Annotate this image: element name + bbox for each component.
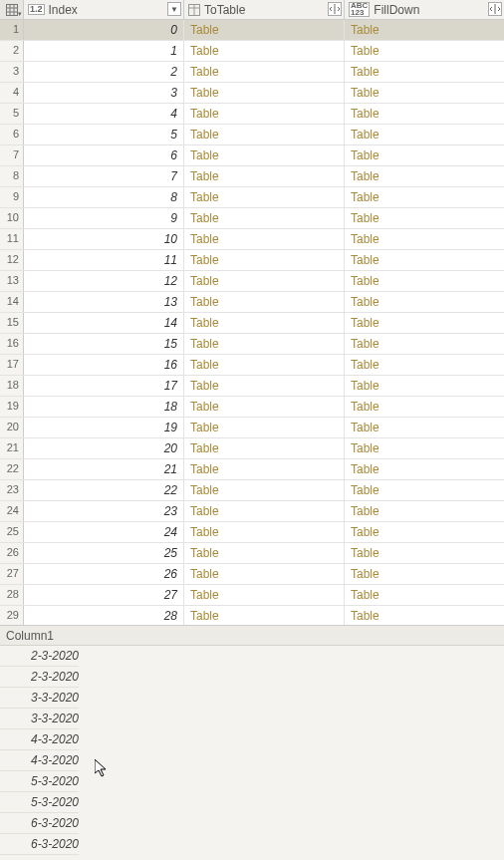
cell-index[interactable]: 3 (24, 83, 184, 103)
cell-filldown[interactable]: Table (345, 564, 504, 584)
cell-totable[interactable]: Table (184, 585, 345, 605)
column-header-filldown[interactable]: ABC123 FillDown (345, 0, 504, 19)
table-row[interactable]: 1514TableTable (0, 313, 504, 334)
cell-index[interactable]: 10 (24, 229, 184, 249)
cell-filldown[interactable]: Table (345, 145, 504, 165)
cell-filldown[interactable]: Table (345, 334, 504, 354)
cell-totable[interactable]: Table (184, 271, 345, 291)
cell-filldown[interactable]: Table (345, 418, 504, 437)
column-header-index[interactable]: 1.2 Index ▼ (24, 0, 184, 19)
cell-totable[interactable]: Table (184, 334, 345, 354)
preview-row[interactable]: 4-3-2020 (0, 729, 79, 750)
table-row[interactable]: 1615TableTable (0, 334, 504, 355)
cell-index[interactable]: 12 (24, 271, 184, 291)
cell-totable[interactable]: Table (184, 41, 345, 61)
table-row[interactable]: 2423TableTable (0, 501, 504, 522)
preview-row[interactable]: 4-3-2020 (0, 750, 79, 771)
row-number[interactable]: 14 (0, 292, 24, 312)
expand-column-button[interactable] (488, 2, 502, 16)
cell-filldown[interactable]: Table (345, 459, 504, 479)
cell-filldown[interactable]: Table (345, 522, 504, 542)
column-header-totable[interactable]: ToTable (184, 0, 345, 19)
cell-filldown[interactable]: Table (345, 606, 504, 626)
cell-filldown[interactable]: Table (345, 166, 504, 186)
row-number[interactable]: 21 (0, 438, 24, 458)
cell-index[interactable]: 24 (24, 522, 184, 542)
cell-filldown[interactable]: Table (345, 397, 504, 417)
cell-totable[interactable]: Table (184, 145, 345, 165)
cell-index[interactable]: 11 (24, 250, 184, 270)
cell-totable[interactable]: Table (184, 229, 345, 249)
filter-dropdown-button[interactable]: ▼ (167, 2, 181, 16)
preview-row[interactable]: 2-3-2020 (0, 646, 79, 667)
cell-filldown[interactable]: Table (345, 83, 504, 103)
cell-index[interactable]: 0 (24, 20, 184, 40)
cell-index[interactable]: 5 (24, 125, 184, 144)
table-row[interactable]: 2322TableTable (0, 480, 504, 501)
table-row[interactable]: 43TableTable (0, 83, 504, 104)
cell-totable[interactable]: Table (184, 459, 345, 479)
cell-index[interactable]: 20 (24, 438, 184, 458)
cell-totable[interactable]: Table (184, 418, 345, 437)
cell-totable[interactable]: Table (184, 543, 345, 563)
table-row[interactable]: 1817TableTable (0, 376, 504, 397)
cell-filldown[interactable]: Table (345, 208, 504, 228)
cell-totable[interactable]: Table (184, 187, 345, 207)
cell-index[interactable]: 16 (24, 355, 184, 375)
table-select-all-button[interactable]: ▾ (0, 0, 24, 19)
cell-totable[interactable]: Table (184, 606, 345, 626)
table-row[interactable]: 32TableTable (0, 62, 504, 83)
cell-totable[interactable]: Table (184, 83, 345, 103)
row-number[interactable]: 9 (0, 187, 24, 207)
cell-index[interactable]: 15 (24, 334, 184, 354)
cell-index[interactable]: 21 (24, 459, 184, 479)
cell-totable[interactable]: Table (184, 62, 345, 82)
cell-index[interactable]: 27 (24, 585, 184, 605)
row-number[interactable]: 20 (0, 418, 24, 437)
cell-filldown[interactable]: Table (345, 501, 504, 521)
cell-index[interactable]: 26 (24, 564, 184, 584)
cell-filldown[interactable]: Table (345, 125, 504, 144)
cell-totable[interactable]: Table (184, 480, 345, 500)
row-number[interactable]: 5 (0, 104, 24, 124)
preview-row[interactable]: 6-3-2020 (0, 813, 79, 834)
cell-index[interactable]: 9 (24, 208, 184, 228)
cell-totable[interactable]: Table (184, 313, 345, 333)
cell-index[interactable]: 13 (24, 292, 184, 312)
row-number[interactable]: 23 (0, 480, 24, 500)
cell-filldown[interactable]: Table (345, 585, 504, 605)
row-number[interactable]: 13 (0, 271, 24, 291)
row-number[interactable]: 17 (0, 355, 24, 375)
cell-totable[interactable]: Table (184, 564, 345, 584)
preview-row[interactable]: 6-3-2020 (0, 834, 79, 855)
table-row[interactable]: 2928TableTable (0, 606, 504, 626)
row-number[interactable]: 11 (0, 229, 24, 249)
cell-index[interactable]: 19 (24, 418, 184, 437)
row-number[interactable]: 12 (0, 250, 24, 270)
preview-row[interactable]: 5-3-2020 (0, 771, 79, 792)
table-row[interactable]: 2625TableTable (0, 543, 504, 564)
table-row[interactable]: 1211TableTable (0, 250, 504, 271)
table-row[interactable]: 98TableTable (0, 187, 504, 208)
row-number[interactable]: 18 (0, 376, 24, 396)
cell-filldown[interactable]: Table (345, 355, 504, 375)
row-number[interactable]: 28 (0, 585, 24, 605)
table-row[interactable]: 2221TableTable (0, 459, 504, 480)
cell-filldown[interactable]: Table (345, 104, 504, 124)
preview-column-header[interactable]: Column1 (0, 626, 504, 646)
cell-index[interactable]: 14 (24, 313, 184, 333)
row-number[interactable]: 24 (0, 501, 24, 521)
row-number[interactable]: 4 (0, 83, 24, 103)
cell-index[interactable]: 17 (24, 376, 184, 396)
cell-index[interactable]: 7 (24, 166, 184, 186)
cell-filldown[interactable]: Table (345, 313, 504, 333)
row-number[interactable]: 26 (0, 543, 24, 563)
row-number[interactable]: 2 (0, 41, 24, 61)
cell-filldown[interactable]: Table (345, 438, 504, 458)
cell-filldown[interactable]: Table (345, 376, 504, 396)
cell-filldown[interactable]: Table (345, 292, 504, 312)
preview-row[interactable]: 2-3-2020 (0, 667, 79, 688)
cell-index[interactable]: 23 (24, 501, 184, 521)
table-row[interactable]: 109TableTable (0, 208, 504, 229)
cell-index[interactable]: 8 (24, 187, 184, 207)
